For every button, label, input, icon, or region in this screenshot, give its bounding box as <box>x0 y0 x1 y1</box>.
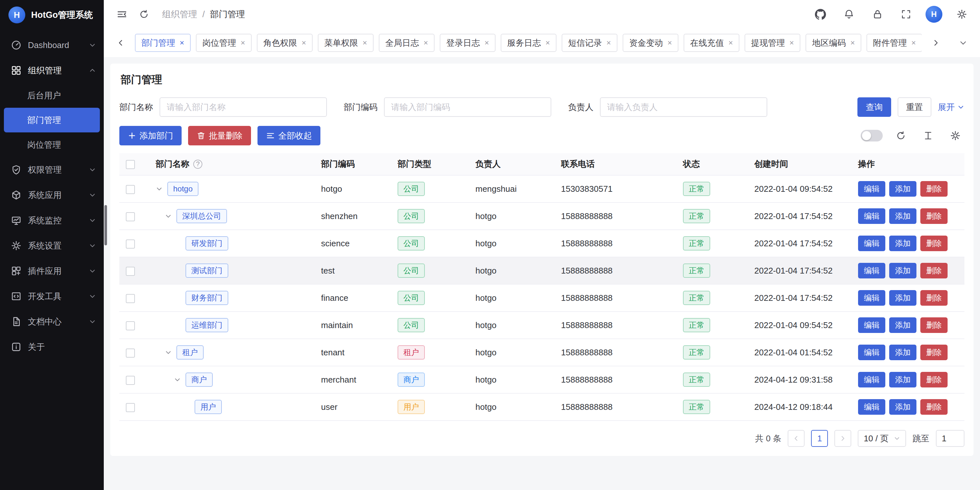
add-button[interactable]: 添加 <box>889 345 916 360</box>
edit-button[interactable]: 编辑 <box>858 181 885 197</box>
table-row[interactable]: 运维部门 maintain 公司 hotgo 15888888888 正常 20… <box>119 311 964 339</box>
row-checkbox[interactable] <box>126 403 135 412</box>
leader-input[interactable] <box>600 97 767 117</box>
dept-name-tag[interactable]: 测试部门 <box>186 263 228 278</box>
table-row[interactable]: 测试部门 test 公司 hotgo 15888888888 正常 2022-0… <box>119 257 964 284</box>
sidebar-item-docs[interactable]: 文档中心 <box>0 309 104 334</box>
sidebar-item-post-mgmt[interactable]: 岗位管理 <box>4 132 100 157</box>
scrollbar-thumb[interactable] <box>104 205 107 245</box>
tab-close-icon[interactable]: × <box>239 38 247 47</box>
dept-name-tag[interactable]: 商户 <box>186 372 213 387</box>
tabs-scroll-right-button[interactable] <box>927 34 945 52</box>
edit-button[interactable]: 编辑 <box>858 318 885 333</box>
select-all-checkbox[interactable] <box>126 160 135 169</box>
tab-close-icon[interactable]: × <box>605 38 612 47</box>
app-logo[interactable]: H HotGo管理系统 <box>0 0 104 30</box>
delete-button[interactable]: 删除 <box>920 208 948 224</box>
striped-toggle[interactable] <box>861 130 883 142</box>
tab-close-icon[interactable]: × <box>666 38 673 47</box>
sidebar-collapse-button[interactable] <box>113 5 131 23</box>
tab[interactable]: 岗位管理 × <box>196 34 251 52</box>
dept-name-tag[interactable]: hotgo <box>167 182 199 196</box>
row-checkbox[interactable] <box>126 185 135 194</box>
table-row[interactable]: 深圳总公司 shenzhen 公司 hotgo 15888888888 正常 2… <box>119 203 964 230</box>
tab[interactable]: 短信记录 × <box>562 34 617 52</box>
add-button[interactable]: 添加 <box>889 290 916 306</box>
tab-close-icon[interactable]: × <box>422 38 430 47</box>
tab[interactable]: 在线充值 × <box>684 34 740 52</box>
tab[interactable]: 地区编码 × <box>805 34 861 52</box>
page-size-select[interactable]: 10 / 页 <box>858 430 906 447</box>
sidebar-item-system-monitor[interactable]: 系统监控 <box>0 207 104 233</box>
delete-button[interactable]: 删除 <box>920 236 948 251</box>
row-checkbox[interactable] <box>126 294 135 303</box>
row-checkbox[interactable] <box>126 239 135 249</box>
edit-button[interactable]: 编辑 <box>858 263 885 278</box>
delete-button[interactable]: 删除 <box>920 181 948 197</box>
tab-close-icon[interactable]: × <box>178 38 186 47</box>
batch-delete-button[interactable]: 批量删除 <box>188 126 251 145</box>
add-button[interactable]: 添加 <box>889 318 916 333</box>
dept-name-tag[interactable]: 深圳总公司 <box>177 209 227 223</box>
sidebar-item-permissions[interactable]: 权限管理 <box>0 157 104 182</box>
dept-name-tag[interactable]: 运维部门 <box>186 318 228 332</box>
tab[interactable]: 提现管理 × <box>745 34 800 52</box>
tab[interactable]: 资金变动 × <box>623 34 678 52</box>
tab-close-icon[interactable]: × <box>483 38 490 47</box>
edit-button[interactable]: 编辑 <box>858 345 885 360</box>
add-button[interactable]: 添加 <box>889 208 916 224</box>
tab[interactable]: 角色权限 × <box>257 34 313 52</box>
collapse-all-button[interactable]: 全部收起 <box>258 126 320 145</box>
tab[interactable]: 附件管理 × <box>867 34 922 52</box>
tab-close-icon[interactable]: × <box>300 38 307 47</box>
table-settings-gear-icon[interactable] <box>946 126 964 145</box>
sidebar-item-backend-users[interactable]: 后台用户 <box>4 83 100 108</box>
table-row[interactable]: 财务部门 finance 公司 hotgo 15888888888 正常 202… <box>119 284 964 311</box>
lock-screen-icon[interactable] <box>869 5 887 23</box>
tab[interactable]: 服务日志 × <box>501 34 557 52</box>
edit-button[interactable]: 编辑 <box>858 399 885 415</box>
row-checkbox[interactable] <box>126 212 135 221</box>
sidebar-item-department-mgmt[interactable]: 部门管理 <box>4 108 100 132</box>
tree-expand-icon[interactable] <box>165 349 177 356</box>
page-number-button[interactable]: 1 <box>811 430 828 447</box>
table-row[interactable]: 租户 tenant 租户 hotgo 15888888888 正常 2022-0… <box>119 339 964 366</box>
delete-button[interactable]: 删除 <box>920 290 948 306</box>
row-checkbox[interactable] <box>126 267 135 276</box>
table-row[interactable]: 研发部门 science 公司 hotgo 15888888888 正常 202… <box>119 230 964 257</box>
settings-gear-icon[interactable] <box>953 5 971 23</box>
delete-button[interactable]: 删除 <box>920 372 948 388</box>
dept-name-input[interactable] <box>159 97 327 117</box>
tab-close-icon[interactable]: × <box>544 38 551 47</box>
dept-name-tag[interactable]: 研发部门 <box>186 236 228 251</box>
row-checkbox[interactable] <box>126 376 135 385</box>
next-page-button[interactable] <box>834 430 851 447</box>
table-row[interactable]: 用户 user 用户 hotgo 15888888888 正常 2024-04-… <box>119 393 964 421</box>
tabs-scroll-left-button[interactable] <box>111 34 130 52</box>
tab-close-icon[interactable]: × <box>910 38 917 47</box>
edit-button[interactable]: 编辑 <box>858 208 885 224</box>
tab-close-icon[interactable]: × <box>788 38 795 47</box>
sidebar-item-system-settings[interactable]: 系统设置 <box>0 233 104 258</box>
table-density-icon[interactable] <box>919 126 937 145</box>
delete-button[interactable]: 删除 <box>920 399 948 415</box>
edit-button[interactable]: 编辑 <box>858 372 885 388</box>
row-checkbox[interactable] <box>126 321 135 330</box>
dept-code-input[interactable] <box>384 97 551 117</box>
sidebar-item-organization[interactable]: 组织管理 <box>0 58 104 83</box>
tabs-dropdown-button[interactable] <box>954 34 972 52</box>
table-row[interactable]: 商户 merchant 商户 hotgo 15888888888 正常 2024… <box>119 366 964 393</box>
notification-bell-icon[interactable] <box>840 5 858 23</box>
tab[interactable]: 部门管理 × <box>135 34 191 52</box>
tab[interactable]: 登录日志 × <box>440 34 495 52</box>
add-button[interactable]: 添加 <box>889 372 916 388</box>
dept-name-tag[interactable]: 租户 <box>177 345 204 359</box>
sidebar-item-about[interactable]: 关于 <box>0 334 104 359</box>
tree-expand-icon[interactable] <box>174 376 186 383</box>
avatar[interactable]: H <box>926 6 942 23</box>
tab-close-icon[interactable]: × <box>361 38 368 47</box>
search-button[interactable]: 查询 <box>858 97 891 117</box>
help-icon[interactable]: ? <box>193 160 202 169</box>
table-refresh-icon[interactable] <box>892 126 910 145</box>
add-button[interactable]: 添加 <box>889 236 916 251</box>
